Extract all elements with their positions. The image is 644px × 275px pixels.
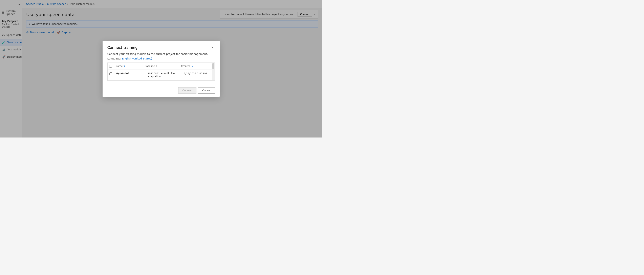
modal-connect-button[interactable]: Connect — [178, 87, 196, 94]
select-all-checkbox[interactable] — [109, 65, 112, 67]
connect-training-modal: Connect training × Connect your existing… — [102, 41, 220, 97]
modal-description: Connect your existing models to the curr… — [108, 52, 215, 55]
modal-footer: Connect Cancel — [102, 84, 220, 97]
table-body: My Model 20210831 + Audio file adaptatio… — [108, 70, 214, 80]
modal-body: Connect your existing models to the curr… — [102, 52, 220, 84]
table-row: My Model 20210831 + Audio file adaptatio… — [108, 70, 214, 80]
modal-overlay: Connect training × Connect your existing… — [0, 0, 322, 137]
th-created[interactable]: Created ↓ — [180, 63, 212, 69]
table-header: Name ⇅ Baseline ⇅ Created ↓ — [108, 63, 214, 70]
row-created-cell: 5/22/2022 2:47 PM — [182, 70, 214, 77]
created-sort-icon: ↓ — [192, 65, 193, 67]
modal-header: Connect training × — [102, 41, 220, 52]
th-name[interactable]: Name ⇅ — [114, 63, 143, 69]
modal-close-button[interactable]: × — [210, 45, 215, 50]
row-name-cell: My Model — [114, 70, 146, 77]
modal-language: Language: English (United States) — [108, 57, 215, 60]
row-baseline-cell: 20210831 + Audio file adaptation — [146, 70, 182, 80]
th-name-label: Name — [116, 65, 123, 67]
th-baseline[interactable]: Baseline ⇅ — [143, 63, 180, 69]
scrollbar-track[interactable] — [212, 63, 214, 80]
th-baseline-label: Baseline — [145, 65, 155, 67]
th-created-label: Created — [181, 65, 191, 67]
scrollbar-thumb — [212, 63, 214, 69]
language-value: English (United States) — [122, 57, 152, 60]
row-select-checkbox[interactable] — [110, 72, 112, 75]
modal-title: Connect training — [108, 45, 138, 50]
th-checkbox — [108, 63, 114, 69]
row-checkbox-cell — [108, 70, 114, 75]
baseline-sort-icon: ⇅ — [156, 65, 157, 67]
models-table: Name ⇅ Baseline ⇅ Created ↓ — [108, 62, 215, 81]
name-sort-icon: ⇅ — [124, 65, 125, 67]
language-label: Language: — [108, 57, 121, 60]
modal-cancel-button[interactable]: Cancel — [198, 87, 214, 94]
